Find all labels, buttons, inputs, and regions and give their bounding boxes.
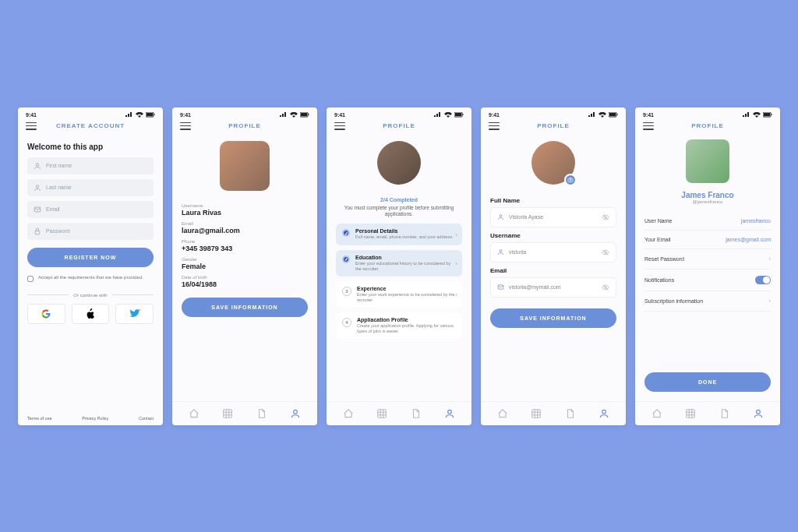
svg-rect-19 bbox=[617, 114, 618, 115]
username-label: Username bbox=[182, 203, 308, 208]
divider: Or continue with bbox=[27, 293, 154, 298]
avatar[interactable] bbox=[220, 141, 270, 191]
terms-link[interactable]: Terms of use bbox=[27, 416, 51, 421]
email-field[interactable]: Email bbox=[27, 201, 154, 218]
eye-off-icon[interactable] bbox=[602, 248, 609, 256]
step-experience[interactable]: 3 ExperienceEnter your work experience t… bbox=[336, 281, 462, 308]
step-personal[interactable]: ✓ Personal DetailsFull name, email, phon… bbox=[336, 224, 462, 245]
home-icon[interactable] bbox=[189, 408, 200, 419]
email-label: Email bbox=[182, 221, 308, 226]
home-icon[interactable] bbox=[343, 408, 354, 419]
twitter-icon bbox=[129, 309, 140, 319]
user-icon[interactable] bbox=[290, 408, 301, 419]
google-icon bbox=[41, 309, 51, 319]
bottom-nav bbox=[635, 401, 780, 425]
notifications-toggle[interactable] bbox=[755, 276, 771, 284]
chevron-right-icon: › bbox=[455, 259, 457, 266]
status-icons bbox=[125, 112, 155, 118]
row-username[interactable]: User Name jamesfranco bbox=[644, 212, 771, 231]
file-icon[interactable] bbox=[565, 408, 576, 419]
menu-icon[interactable] bbox=[180, 122, 191, 130]
row-email[interactable]: Your Email james@gmail.com bbox=[644, 231, 771, 249]
register-button[interactable]: REGISTER NOW bbox=[27, 248, 154, 267]
avatar[interactable] bbox=[686, 139, 729, 183]
user-icon bbox=[497, 248, 504, 255]
menu-icon[interactable] bbox=[643, 122, 654, 130]
svg-point-3 bbox=[36, 163, 38, 165]
status-time: 9:41 bbox=[26, 112, 37, 118]
file-icon[interactable] bbox=[719, 408, 730, 419]
grid-icon[interactable] bbox=[376, 408, 387, 419]
svg-point-29 bbox=[602, 410, 606, 414]
svg-rect-14 bbox=[463, 114, 464, 115]
status-bar: 9:41 bbox=[481, 107, 626, 119]
avatar[interactable] bbox=[377, 141, 421, 185]
fullname-field[interactable]: Vistoria Ayase bbox=[490, 207, 616, 227]
svg-rect-2 bbox=[154, 114, 155, 115]
dob-value: 16/04/1988 bbox=[182, 280, 308, 288]
apple-button[interactable] bbox=[72, 304, 110, 324]
menu-icon[interactable] bbox=[26, 122, 37, 130]
svg-point-16 bbox=[448, 410, 452, 414]
first-name-field[interactable]: First name bbox=[27, 157, 154, 174]
progress-text: 2/4 Completed bbox=[336, 197, 462, 203]
last-name-field[interactable]: Last name bbox=[27, 179, 154, 196]
screen-create-account: 9:41 CREATE ACCOUNT Welcome to this app … bbox=[18, 107, 163, 425]
page-title: PROFILE bbox=[506, 122, 601, 129]
fullname-label: Full Name bbox=[490, 197, 616, 204]
file-icon[interactable] bbox=[256, 408, 267, 419]
welcome-heading: Welcome to this app bbox=[27, 143, 154, 151]
row-reset-password[interactable]: Reset Password › bbox=[644, 249, 771, 270]
email-label: Email bbox=[490, 267, 616, 274]
email-field[interactable]: vistoria@mymail.com bbox=[490, 277, 616, 298]
done-button[interactable]: DONE bbox=[644, 372, 771, 392]
menu-icon[interactable] bbox=[334, 122, 345, 130]
user-icon[interactable] bbox=[753, 408, 764, 419]
password-field[interactable]: Password bbox=[27, 223, 154, 240]
mail-icon bbox=[34, 206, 41, 213]
user-icon[interactable] bbox=[598, 408, 609, 419]
grid-icon[interactable] bbox=[531, 408, 542, 419]
svg-rect-20 bbox=[568, 178, 573, 181]
camera-icon[interactable] bbox=[564, 174, 577, 186]
bottom-nav bbox=[481, 401, 626, 425]
privacy-link[interactable]: Privacy Policy bbox=[82, 416, 108, 421]
chevron-right-icon: › bbox=[455, 291, 457, 298]
check-icon: ✓ bbox=[342, 255, 350, 263]
twitter-button[interactable] bbox=[115, 304, 154, 324]
gender-value: Female bbox=[182, 262, 308, 270]
step-education[interactable]: ✓ EducationEnter your educational histor… bbox=[336, 250, 462, 277]
user-icon bbox=[34, 184, 41, 192]
eye-off-icon[interactable] bbox=[602, 213, 609, 221]
svg-rect-32 bbox=[772, 114, 772, 115]
save-button[interactable]: SAVE INFORMATION bbox=[182, 298, 308, 317]
step-application[interactable]: 4 Appliacation ProfileCreate your applic… bbox=[336, 312, 462, 339]
contact-link[interactable]: Contact bbox=[139, 416, 154, 421]
google-button[interactable] bbox=[27, 304, 65, 324]
home-icon[interactable] bbox=[651, 408, 662, 419]
mail-icon bbox=[497, 284, 504, 291]
accept-checkbox[interactable]: Accept all the requirements that we have… bbox=[27, 275, 154, 282]
status-bar: 9:41 bbox=[172, 107, 317, 119]
user-icon bbox=[34, 162, 41, 170]
status-bar: 9:41 bbox=[18, 107, 163, 119]
apple-icon bbox=[86, 308, 95, 319]
avatar[interactable] bbox=[531, 141, 575, 185]
grid-icon[interactable] bbox=[685, 408, 696, 419]
page-title: CREATE ACCOUNT bbox=[43, 122, 138, 129]
file-icon[interactable] bbox=[411, 408, 422, 419]
page-title: PROFILE bbox=[351, 122, 447, 129]
menu-icon[interactable] bbox=[489, 122, 500, 130]
save-button[interactable]: SAVE INFORMATION bbox=[490, 308, 616, 328]
row-subscription[interactable]: Subscription information › bbox=[644, 291, 771, 312]
eye-off-icon[interactable] bbox=[602, 284, 609, 291]
username-field[interactable]: vistoria bbox=[490, 242, 616, 262]
screen-profile-steps: 9:41 PROFILE 2/4 Completed You must comp… bbox=[327, 107, 471, 425]
svg-point-22 bbox=[500, 215, 502, 217]
grid-icon[interactable] bbox=[222, 408, 233, 419]
user-icon[interactable] bbox=[444, 408, 455, 419]
page-title: PROFILE bbox=[197, 122, 292, 129]
row-notifications[interactable]: Notifications bbox=[644, 270, 771, 291]
svg-point-11 bbox=[294, 410, 298, 414]
home-icon[interactable] bbox=[497, 408, 508, 419]
